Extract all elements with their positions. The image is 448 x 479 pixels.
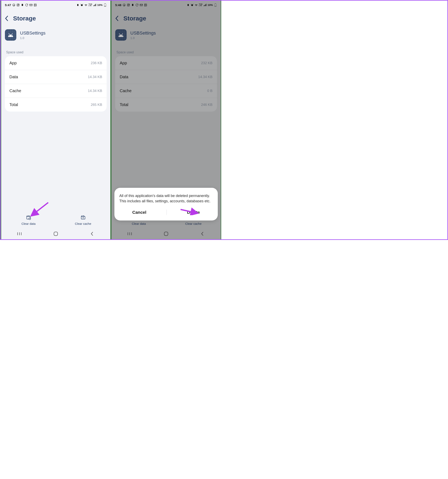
image-icon	[34, 3, 37, 7]
svg-point-7	[34, 4, 35, 5]
svg-rect-13	[96, 4, 96, 6]
svg-line-51	[122, 33, 123, 34]
app-name: USBSettings	[20, 30, 46, 36]
app-icon	[115, 29, 127, 41]
svg-rect-8	[77, 4, 79, 6]
svg-rect-42	[204, 5, 205, 6]
svg-point-31	[123, 4, 125, 6]
signal-icon	[204, 3, 206, 7]
svg-rect-60	[164, 232, 168, 236]
svg-line-20	[12, 33, 13, 34]
svg-point-38	[145, 4, 145, 5]
alarm-icon	[191, 3, 194, 7]
gmail-icon	[29, 3, 33, 7]
dialog-message: All of this application's data will be d…	[119, 193, 213, 204]
battery-icon	[104, 3, 107, 7]
whatsapp-icon	[123, 3, 126, 7]
instagram-icon	[17, 3, 20, 7]
delete-button[interactable]: Delete	[181, 208, 205, 216]
cancel-button[interactable]: Cancel	[127, 208, 152, 216]
svg-rect-30	[54, 232, 58, 236]
nav-home[interactable]	[49, 232, 63, 236]
svg-rect-39	[188, 4, 189, 6]
back-button[interactable]	[5, 15, 9, 21]
app-version: 1.0	[20, 36, 46, 40]
row-app: App 236 KB	[5, 56, 107, 70]
svg-point-18	[11, 35, 12, 36]
battery-pct: 10%	[208, 3, 213, 7]
card-icon-2	[76, 3, 79, 7]
battery-pct: 10%	[97, 3, 103, 7]
svg-point-49	[122, 35, 123, 36]
storage-card: App 236 KB Data 14.34 KB Cache 14.34 KB …	[5, 56, 107, 112]
clear-cache-button[interactable]: Clear cache	[56, 213, 110, 227]
svg-rect-43	[205, 4, 205, 6]
svg-rect-15	[105, 3, 105, 4]
row-data: Data 14.34 KB	[5, 70, 107, 84]
page-title: Storage	[123, 15, 146, 22]
svg-line-50	[119, 33, 120, 34]
app-info-row: USBSettings 1.0	[115, 27, 217, 47]
row-data: Data 14.34 KB	[115, 70, 217, 84]
nav-back[interactable]	[195, 232, 210, 236]
status-bar: 5:48	[112, 1, 221, 8]
signal-icon	[93, 3, 96, 7]
volte-icon: Vo)))LTE	[199, 3, 203, 7]
app-name: USBSettings	[130, 30, 156, 36]
svg-point-33	[128, 5, 129, 6]
nav-home[interactable]	[159, 232, 173, 236]
clear-data-button[interactable]: Clear data	[1, 213, 56, 227]
volte-icon: Vo)))LTE	[88, 3, 92, 7]
app-icon	[5, 29, 16, 41]
section-label: Space used	[115, 47, 217, 56]
svg-rect-16	[104, 6, 106, 6]
status-time: 5:48	[115, 3, 121, 7]
svg-point-40	[191, 4, 193, 6]
card-icon-2	[186, 3, 190, 7]
clear-cache-icon	[80, 215, 86, 220]
phone-screen-left: 5:47	[1, 1, 111, 239]
svg-point-3	[19, 4, 19, 4]
svg-point-0	[13, 4, 15, 6]
section-label: Space used	[5, 47, 107, 56]
nav-bar	[1, 229, 110, 239]
card-icon	[131, 3, 134, 7]
svg-rect-35	[132, 4, 133, 6]
svg-rect-5	[30, 4, 32, 6]
svg-point-48	[119, 35, 120, 36]
svg-rect-47	[215, 6, 216, 6]
sync-icon	[25, 3, 28, 7]
svg-point-9	[81, 4, 83, 6]
storage-card: App 232 KB Data 14.34 KB Cache 0 B Total…	[115, 56, 217, 112]
sync-icon	[135, 3, 138, 7]
row-cache: Cache 0 B	[115, 84, 217, 98]
svg-rect-36	[140, 4, 143, 6]
svg-rect-11	[94, 5, 94, 6]
svg-line-19	[9, 33, 9, 34]
svg-rect-12	[95, 4, 95, 6]
svg-rect-10	[93, 5, 94, 6]
row-app: App 232 KB	[115, 56, 217, 70]
row-total: Total 246 KB	[115, 98, 217, 112]
svg-point-34	[129, 4, 129, 4]
svg-point-2	[18, 5, 19, 6]
nav-back[interactable]	[85, 232, 99, 236]
card-icon	[21, 3, 24, 7]
page-title: Storage	[13, 15, 36, 22]
instagram-icon	[127, 3, 130, 7]
bottom-actions: Clear data Clear cache	[1, 211, 110, 229]
wifi-icon	[195, 3, 198, 7]
app-info-row: USBSettings 1.0	[5, 27, 107, 47]
confirm-dialog: All of this application's data will be d…	[114, 188, 218, 220]
nav-recents[interactable]	[123, 232, 137, 236]
status-time: 5:47	[5, 3, 11, 7]
back-button[interactable]	[115, 15, 119, 21]
svg-point-17	[9, 35, 10, 36]
row-cache: Cache 14.34 KB	[5, 84, 107, 98]
svg-rect-41	[204, 5, 204, 6]
nav-recents[interactable]	[12, 232, 26, 236]
clear-data-icon	[26, 215, 31, 220]
app-version: 1.0	[130, 36, 156, 40]
row-total: Total 265 KB	[5, 98, 107, 112]
svg-rect-4	[22, 4, 23, 6]
